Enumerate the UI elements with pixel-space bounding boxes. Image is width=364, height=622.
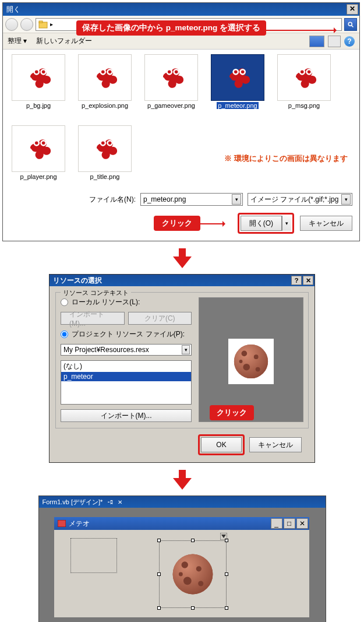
project-resource-radio[interactable]: プロジェクト リソース ファイル(P): (61, 329, 192, 339)
resource-listbox[interactable]: (なし) p_meteor (61, 360, 192, 405)
list-item[interactable]: (なし) (61, 361, 191, 372)
click-callout: クリック (210, 405, 254, 420)
import-button-disabled: インポート(M)... (61, 312, 125, 325)
pin-icon[interactable]: ⁃ﾛ (107, 499, 113, 505)
list-item-selected[interactable]: p_meteor (61, 372, 191, 381)
open-button-highlight: 開く(O) ▾ (238, 213, 294, 234)
clear-button-disabled: クリア(C) (128, 312, 192, 325)
file-list: p_bg.jpg p_explosion.png p_gameover.png … (3, 50, 359, 187)
resource-context-group: リソース コンテキスト ローカル リソース(L): インポート(M)... クリ… (55, 292, 309, 428)
filename-input[interactable]: p_meteor.png ▾ (140, 193, 243, 206)
maximize-icon[interactable]: □ (284, 518, 295, 529)
forward-button[interactable] (20, 18, 33, 31)
help-icon[interactable]: ? (291, 276, 302, 285)
help-icon[interactable]: ? (344, 36, 355, 47)
dialog-title: リソースの選択 (53, 276, 102, 286)
search-button[interactable] (344, 18, 357, 31)
svg-rect-12 (39, 21, 43, 23)
click-callout: クリック (154, 216, 200, 231)
svg-point-13 (348, 22, 352, 26)
environment-notice: ※ 環境によりこの画面は異なります (224, 153, 348, 164)
form-designer-window: Form1.vb [デザイン]* ⁃ﾛ ✕ メテオ _ □ ✕ (38, 496, 326, 622)
preview-pane (199, 297, 303, 422)
back-button[interactable] (5, 18, 18, 31)
resource-select-dialog: リソースの選択 ? ✕ リソース コンテキスト ローカル リソース(L): イン… (49, 274, 315, 463)
close-icon[interactable]: ✕ (118, 499, 122, 505)
filetype-select[interactable]: イメージ ファイル(*.gif;*.jpg ▾ (248, 193, 352, 206)
svg-line-14 (352, 25, 354, 27)
arrow-down-icon (172, 248, 193, 268)
arrow-down-icon (172, 470, 193, 490)
titlebar: 開く ✕ (3, 3, 359, 16)
file-item[interactable]: p_bg.jpg (10, 54, 67, 115)
ok-button-highlight: OK (198, 434, 245, 455)
file-item[interactable]: p_player.png (10, 125, 67, 186)
file-item[interactable]: p_gameover.png (143, 54, 200, 115)
design-form-window: メテオ _ □ ✕ (54, 517, 309, 617)
file-item[interactable]: p_title.png (76, 125, 133, 186)
form-icon (58, 520, 66, 527)
open-split-button[interactable]: ▾ (282, 216, 291, 231)
placeholder-rect (70, 538, 117, 573)
toolbar: 整理 ▾ 新しいフォルダー ? (3, 33, 359, 50)
ok-button[interactable]: OK (201, 437, 242, 452)
local-resource-radio[interactable]: ローカル リソース(L): (61, 297, 192, 307)
form-design-surface[interactable] (54, 530, 309, 617)
smart-tag-icon[interactable] (220, 533, 227, 540)
file-item[interactable]: p_explosion.png (76, 54, 133, 115)
cancel-button[interactable]: キャンセル (300, 216, 352, 231)
file-item[interactable]: p_msg.png (275, 54, 333, 115)
form-title: メテオ (69, 519, 90, 529)
chevron-down-icon[interactable]: ▾ (341, 194, 351, 205)
close-icon[interactable]: ✕ (303, 276, 313, 285)
filename-label: ファイル名(N): (89, 195, 136, 205)
view-mode-button[interactable] (309, 36, 324, 47)
picturebox-selected[interactable] (159, 540, 227, 608)
organize-menu[interactable]: 整理 ▾ (8, 36, 27, 46)
svg-rect-15 (58, 520, 66, 527)
group-legend: リソース コンテキスト (61, 289, 131, 297)
callout-select-file: 保存した画像の中から p_meteor.png を選択する (76, 20, 266, 36)
close-icon[interactable]: ✕ (296, 518, 308, 529)
preview-pane-button[interactable] (328, 36, 341, 47)
import-button[interactable]: インポート(M)... (61, 409, 192, 422)
chevron-down-icon[interactable]: ▾ (232, 194, 241, 205)
open-button[interactable]: 開く(O) (241, 216, 282, 231)
close-icon[interactable]: ✕ (347, 4, 358, 15)
file-item-selected[interactable]: p_meteor.png (209, 54, 266, 115)
resx-select[interactable]: My Project¥Resources.resx▾ (61, 344, 192, 356)
dialog-title: 開く (6, 5, 20, 15)
document-tab[interactable]: Form1.vb [デザイン]* ⁃ﾛ ✕ (39, 496, 326, 508)
open-file-dialog: 開く ✕ ▸ 保存した画像の中から p_meteor.png を選択する 整理 … (2, 2, 360, 241)
new-folder-button[interactable]: 新しいフォルダー (36, 36, 92, 46)
minimize-icon[interactable]: _ (271, 518, 282, 529)
cancel-button[interactable]: キャンセル (249, 437, 302, 452)
